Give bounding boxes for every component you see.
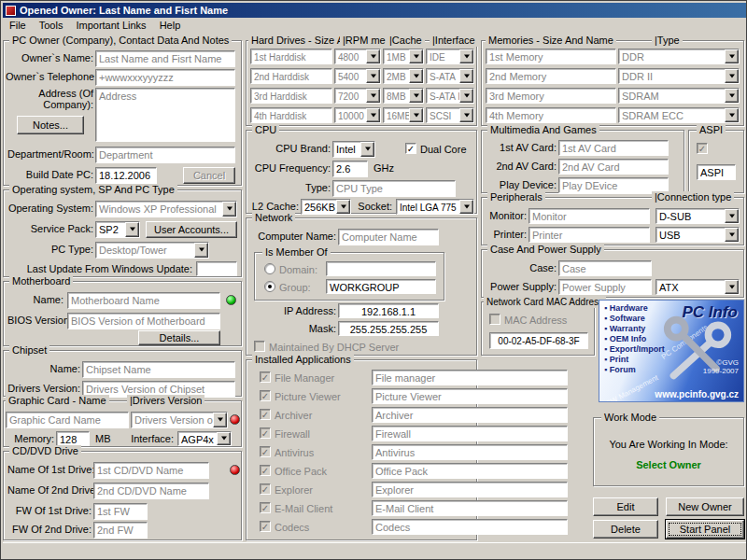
harddisk-interface-combo[interactable]: S-ATA II xyxy=(426,88,474,104)
app-name-field[interactable]: Explorer xyxy=(372,482,568,497)
dropdown-arrow-icon[interactable] xyxy=(459,200,473,214)
dropdown-arrow-icon[interactable] xyxy=(725,280,739,294)
details-button[interactable]: Details... xyxy=(138,330,220,345)
group-radio[interactable] xyxy=(264,281,275,292)
dropdown-arrow-icon[interactable] xyxy=(222,202,236,217)
owner-address-field[interactable]: Address xyxy=(95,88,235,142)
computer-name-field[interactable]: Computer Name xyxy=(338,229,439,245)
new-owner-button[interactable]: New Owner xyxy=(666,497,744,516)
printer-field[interactable]: Printer xyxy=(529,227,650,243)
power-supply-field[interactable]: Power Supply xyxy=(558,279,652,295)
delete-button[interactable]: Delete xyxy=(593,520,658,539)
app-name-field[interactable]: Firewall xyxy=(372,426,568,441)
dropdown-arrow-icon[interactable] xyxy=(725,49,739,63)
graphics-interface-combo[interactable]: AGP4x xyxy=(177,431,232,446)
app-name-field[interactable]: Antivirus xyxy=(372,444,568,460)
psu-type-combo[interactable]: ATX xyxy=(655,279,740,295)
harddisk-cache-combo[interactable]: 16MB xyxy=(383,107,424,123)
dropdown-arrow-icon[interactable] xyxy=(409,89,423,103)
notes-button[interactable]: Notes... xyxy=(17,116,84,134)
memory-type-combo[interactable]: DDR xyxy=(618,49,740,64)
ip-address-field[interactable]: 192.168.1.1 xyxy=(338,303,439,318)
app-name-field[interactable]: E-Mail Client xyxy=(372,500,568,516)
graphics-drivers-combo[interactable]: Drivers Version o xyxy=(131,412,228,428)
chipset-name-field[interactable]: Chipset Name xyxy=(82,361,235,378)
app-name-field[interactable]: Archiver xyxy=(372,407,568,423)
dropdown-arrow-icon[interactable] xyxy=(125,222,139,237)
bios-version-field[interactable]: BIOS Version of Motherboard xyxy=(67,313,220,329)
dropdown-arrow-icon[interactable] xyxy=(725,108,739,122)
group-field[interactable]: WORKGROUP xyxy=(326,279,436,294)
dropdown-arrow-icon[interactable] xyxy=(459,108,473,122)
last-update-field[interactable] xyxy=(196,261,237,276)
dropdown-arrow-icon[interactable] xyxy=(459,69,473,83)
cpu-brand-combo[interactable]: Intel xyxy=(332,141,375,158)
edit-button[interactable]: Edit xyxy=(593,497,658,516)
memory-name-field[interactable]: 3rd Memory xyxy=(486,88,616,104)
dropdown-arrow-icon[interactable] xyxy=(360,142,374,157)
cpu-type-field[interactable]: CPU Type xyxy=(332,180,456,197)
harddisk-cache-combo[interactable]: 2MB xyxy=(383,68,424,84)
user-accounts-button[interactable]: User Accounts... xyxy=(146,221,237,238)
dropdown-arrow-icon[interactable] xyxy=(725,69,739,83)
dropdown-arrow-icon[interactable] xyxy=(366,89,380,103)
mask-field[interactable]: 255.255.255.255 xyxy=(338,321,439,336)
service-pack-combo[interactable]: SP2 xyxy=(95,221,140,238)
owner-name-field[interactable]: Last Name and Fisrt Name xyxy=(95,50,235,67)
app-name-field[interactable]: File manager xyxy=(372,370,568,385)
av1-field[interactable]: 1st AV Card xyxy=(558,140,669,156)
harddisk-rpm-combo[interactable]: 5400 xyxy=(334,68,381,84)
memory-type-combo[interactable]: SDRAM xyxy=(618,88,740,104)
dropdown-arrow-icon[interactable] xyxy=(366,49,380,63)
graphics-name-field[interactable]: Graphic Card Name xyxy=(6,412,129,428)
memory-type-combo[interactable]: DDR II xyxy=(618,68,740,84)
dual-core-checkbox[interactable] xyxy=(405,143,416,154)
memory-type-combo[interactable]: SDRAM ECC xyxy=(618,107,740,123)
owner-phone-field[interactable]: +wwwxxxyyyzzz xyxy=(95,69,235,86)
dropdown-arrow-icon[interactable] xyxy=(459,49,473,63)
socket-combo[interactable]: Intel LGA 775 xyxy=(396,199,474,215)
dropdown-arrow-icon[interactable] xyxy=(409,49,423,63)
monitor-connection-combo[interactable]: D-SUB xyxy=(655,208,740,224)
harddisk-name-field[interactable]: 1st Harddisk xyxy=(250,49,332,64)
harddisk-rpm-combo[interactable]: 4800 xyxy=(334,49,381,64)
harddisk-interface-combo[interactable]: SCSI xyxy=(426,107,474,123)
dropdown-arrow-icon[interactable] xyxy=(336,200,350,214)
dropdown-arrow-icon[interactable] xyxy=(409,108,423,122)
harddisk-cache-combo[interactable]: 1MB xyxy=(383,49,424,64)
monitor-field[interactable]: Monitor xyxy=(529,208,650,224)
dropdown-arrow-icon[interactable] xyxy=(459,89,473,103)
cddvd-row-field[interactable]: 2nd CD/DVD Name xyxy=(93,483,209,499)
cddvd-row-field[interactable]: 2nd FW xyxy=(93,522,148,539)
domain-radio[interactable] xyxy=(264,263,275,274)
os-system-combo[interactable]: Windows XP Professional xyxy=(95,201,237,217)
memory-name-field[interactable]: 4th Memory xyxy=(486,107,616,123)
cpu-frequency-field[interactable]: 2.6 xyxy=(332,161,368,177)
harddisk-cache-combo[interactable]: 8MB xyxy=(383,88,424,104)
domain-field[interactable] xyxy=(326,261,436,276)
dropdown-arrow-icon[interactable] xyxy=(366,108,380,122)
menu-important-links[interactable]: Important Links xyxy=(69,19,152,33)
harddisk-interface-combo[interactable]: IDE xyxy=(426,49,474,64)
aspi-field[interactable]: ASPI xyxy=(697,164,736,180)
app-name-field[interactable]: Picture Viewer xyxy=(372,388,568,404)
harddisk-name-field[interactable]: 2nd Harddisk xyxy=(250,68,332,84)
menu-help[interactable]: Help xyxy=(153,19,188,33)
dropdown-arrow-icon[interactable] xyxy=(725,89,739,103)
menu-file[interactable]: File xyxy=(3,19,33,33)
motherboard-name-field[interactable]: Motherboard Name xyxy=(67,292,220,309)
pc-type-combo[interactable]: Desktop/Tower xyxy=(95,242,209,259)
case-field[interactable]: Case xyxy=(558,260,652,276)
harddisk-name-field[interactable]: 3rd Harddisk xyxy=(250,88,332,104)
memory-name-field[interactable]: 2nd Memory xyxy=(486,68,616,84)
department-field[interactable]: Department xyxy=(95,147,235,163)
harddisk-interface-combo[interactable]: S-ATA xyxy=(426,68,474,84)
dropdown-arrow-icon[interactable] xyxy=(213,413,227,427)
dropdown-arrow-icon[interactable] xyxy=(366,69,380,83)
start-panel-button[interactable]: Start Panel xyxy=(666,520,744,539)
dropdown-arrow-icon[interactable] xyxy=(217,432,231,445)
dropdown-arrow-icon[interactable] xyxy=(409,69,423,83)
app-name-field[interactable]: Codecs xyxy=(372,519,568,535)
app-name-field[interactable]: Office Pack xyxy=(372,463,568,479)
dropdown-arrow-icon[interactable] xyxy=(725,209,739,223)
